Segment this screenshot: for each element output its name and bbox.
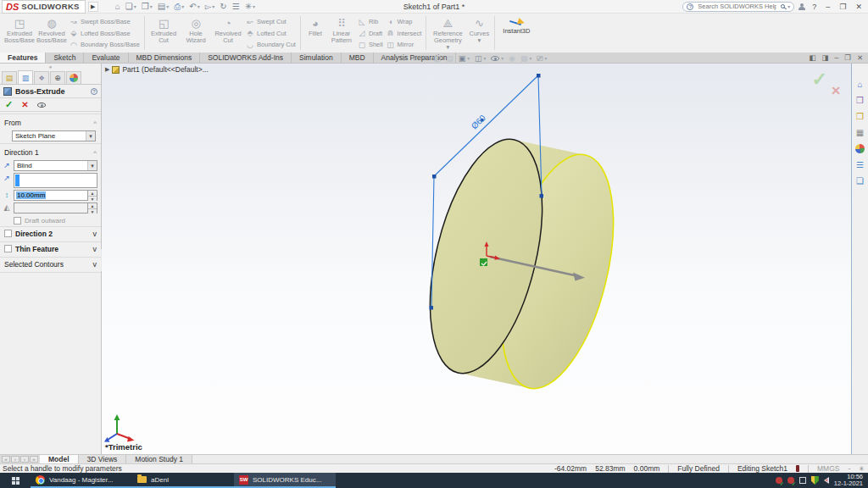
doc-restore-button[interactable]: ❐ bbox=[844, 53, 851, 62]
curves-button[interactable]: ∿ Curves ▾ bbox=[466, 14, 492, 52]
undo-icon[interactable]: ↶▾ bbox=[187, 1, 201, 13]
tray-app-icon-2[interactable] bbox=[787, 477, 794, 484]
propertymanager-tab[interactable]: ▥ bbox=[18, 70, 33, 84]
search-icon[interactable] bbox=[781, 4, 785, 8]
doc-minimize-button[interactable]: – bbox=[835, 53, 839, 62]
hide-show-items-icon[interactable] bbox=[491, 56, 499, 61]
thin-feature-checkbox[interactable] bbox=[4, 245, 12, 252]
mirror-button[interactable]: ◫Mirror bbox=[387, 40, 422, 49]
thin-feature-section-header[interactable]: Thin Feature v bbox=[0, 242, 101, 255]
reverse-direction-icon[interactable]: ↗ bbox=[2, 160, 12, 169]
open-icon[interactable]: ❐▾ bbox=[140, 1, 154, 13]
cancel-button[interactable]: ✕ bbox=[21, 100, 28, 109]
tab-3d-views[interactable]: 3D Views bbox=[79, 455, 127, 463]
section-view-icon[interactable]: ◧ bbox=[434, 54, 442, 63]
dimension-handle[interactable] bbox=[432, 175, 437, 179]
print-icon[interactable]: ⎙▾ bbox=[172, 1, 186, 13]
zoom-to-fit-icon[interactable]: ⌕ bbox=[403, 54, 408, 63]
scroll-next-icon[interactable]: › bbox=[20, 456, 29, 463]
linear-pattern-button[interactable]: ⠿ Linear Pattern bbox=[327, 14, 356, 52]
restore-button[interactable]: ❐ bbox=[837, 3, 849, 11]
lofted-boss-base-button[interactable]: ⬙Lofted Boss/Base bbox=[70, 29, 140, 38]
revolved-boss-base-button[interactable]: ◍ Revolved Boss/Base bbox=[36, 14, 68, 52]
help-button[interactable]: ? bbox=[810, 3, 819, 11]
from-section-header[interactable]: From ^ bbox=[0, 117, 101, 129]
previous-view-icon[interactable]: ↶ bbox=[422, 54, 429, 63]
instant3d-button[interactable]: Instant3D bbox=[498, 14, 535, 52]
wrap-button[interactable]: ◖Wrap bbox=[387, 17, 422, 26]
revolved-cut-button[interactable]: ◔ Revolved Cut bbox=[212, 14, 244, 52]
tray-onedrive-icon[interactable] bbox=[799, 477, 806, 484]
dropdown-icon[interactable]: ▾ bbox=[501, 56, 504, 61]
scroll-prev-icon[interactable]: ‹ bbox=[11, 456, 19, 463]
apply-scene-icon[interactable]: ▦ bbox=[520, 54, 528, 63]
rib-button[interactable]: ◺Rib bbox=[358, 17, 383, 26]
selected-contours-section-header[interactable]: Selected Contours v bbox=[0, 258, 101, 270]
custom-properties-icon[interactable]: ☰ bbox=[854, 159, 866, 170]
design-library-icon[interactable]: ❒ bbox=[854, 95, 866, 106]
preview-eye-icon[interactable] bbox=[37, 103, 46, 108]
featuremanager-tab[interactable]: ▤ bbox=[2, 71, 17, 84]
display-style-icon[interactable]: ◫ bbox=[475, 54, 482, 63]
dropdown-icon[interactable]: ▾ bbox=[467, 56, 470, 61]
tray-app-icon-1[interactable] bbox=[776, 477, 782, 484]
doc-close-button[interactable]: ✕ bbox=[857, 53, 863, 62]
panel-grip[interactable]: ● bbox=[0, 64, 101, 70]
scroll-first-icon[interactable]: « bbox=[2, 456, 10, 463]
ok-button[interactable]: ✓ bbox=[5, 99, 13, 110]
security-shield-icon[interactable] bbox=[811, 476, 819, 485]
search-dropdown-icon[interactable]: ▾ bbox=[787, 3, 790, 9]
feature-tree-flyout[interactable]: ▶ Part1 (Default<<Default>... bbox=[105, 65, 209, 74]
draft-button[interactable]: ◿Draft bbox=[358, 29, 383, 38]
view-orientation-icon[interactable]: ▣ bbox=[459, 54, 466, 63]
extruded-cut-button[interactable]: ◱ Extruded Cut bbox=[147, 14, 180, 52]
volume-muted-icon[interactable] bbox=[824, 477, 829, 484]
tab-mbd-dimensions[interactable]: MBD Dimensions bbox=[129, 53, 201, 63]
view-palette-icon[interactable]: ▦ bbox=[854, 127, 866, 138]
from-combobox[interactable]: Sketch Plane ▾ bbox=[12, 130, 96, 141]
configurationmanager-tab[interactable]: ❖ bbox=[34, 71, 49, 84]
spin-up-icon[interactable]: ▲ bbox=[88, 203, 97, 209]
forum-icon[interactable]: ❏ bbox=[854, 175, 866, 186]
home-icon[interactable]: ⌂ bbox=[114, 1, 122, 13]
end-condition-combobox[interactable]: Blind ▾ bbox=[14, 160, 97, 171]
dimension-handle[interactable] bbox=[540, 194, 544, 198]
shell-button[interactable]: ▢Shell bbox=[358, 40, 383, 49]
edit-appearance-icon[interactable]: ◉ bbox=[509, 54, 515, 63]
fillet-button[interactable]: ◕ Fillet bbox=[303, 14, 327, 52]
direction2-section-header[interactable]: Direction 2 v bbox=[0, 227, 101, 240]
dimension-handle[interactable] bbox=[537, 74, 541, 78]
tab-mbd[interactable]: MBD bbox=[342, 53, 374, 63]
draft-spinner[interactable]: ▲▼ bbox=[88, 202, 97, 214]
pane-left-icon[interactable]: ◧ bbox=[809, 53, 815, 62]
property-help-icon[interactable]: ? bbox=[91, 88, 97, 95]
user-account-icon[interactable] bbox=[798, 3, 805, 10]
extruded-boss-base-button[interactable]: ◳ Extruded Boss/Base bbox=[3, 14, 36, 52]
hole-wizard-button[interactable]: ◎ Hole Wizard bbox=[180, 14, 212, 52]
file-properties-icon[interactable]: ☰ bbox=[231, 1, 242, 13]
taskbar-app-chrome[interactable]: Vandaag - Magister... bbox=[31, 473, 132, 488]
draft-angle-field[interactable]: ▲▼ bbox=[14, 202, 97, 214]
file-explorer-icon[interactable]: ❐ bbox=[854, 111, 866, 122]
direction1-section-header[interactable]: Direction 1 ^ bbox=[0, 147, 101, 158]
direction2-checkbox[interactable] bbox=[4, 230, 12, 237]
dropdown-icon[interactable]: ▾ bbox=[544, 56, 547, 61]
dropdown-icon[interactable]: ▾ bbox=[529, 56, 531, 61]
start-button[interactable] bbox=[0, 473, 31, 488]
help-search-box[interactable]: ? ▾ bbox=[682, 2, 794, 12]
dynamic-annotation-icon[interactable]: ▤ bbox=[446, 54, 453, 63]
confirmation-corner-ok-icon[interactable]: ✓ bbox=[812, 69, 827, 91]
dimension-text[interactable]: Ø60 bbox=[470, 113, 488, 130]
select-icon[interactable]: ▻▾ bbox=[203, 1, 217, 13]
zoom-to-area-icon[interactable]: ⌗ bbox=[413, 54, 417, 63]
swept-boss-base-button[interactable]: ↝Swept Boss/Base bbox=[70, 17, 140, 26]
spin-down-icon[interactable]: ▼ bbox=[88, 209, 97, 214]
swept-cut-button[interactable]: ↜Swept Cut bbox=[246, 17, 296, 26]
direction-reference-box[interactable] bbox=[14, 173, 97, 188]
taskbar-clock[interactable]: 10:56 12-1-2021 bbox=[834, 474, 865, 487]
tab-sketch[interactable]: Sketch bbox=[46, 53, 84, 63]
taskbar-app-folder[interactable]: aDenl bbox=[132, 473, 234, 488]
scroll-last-icon[interactable]: » bbox=[30, 456, 38, 463]
options-gear-icon[interactable]: ✳▾ bbox=[243, 1, 257, 13]
boundary-cut-button[interactable]: ◡Boundary Cut bbox=[246, 40, 296, 49]
